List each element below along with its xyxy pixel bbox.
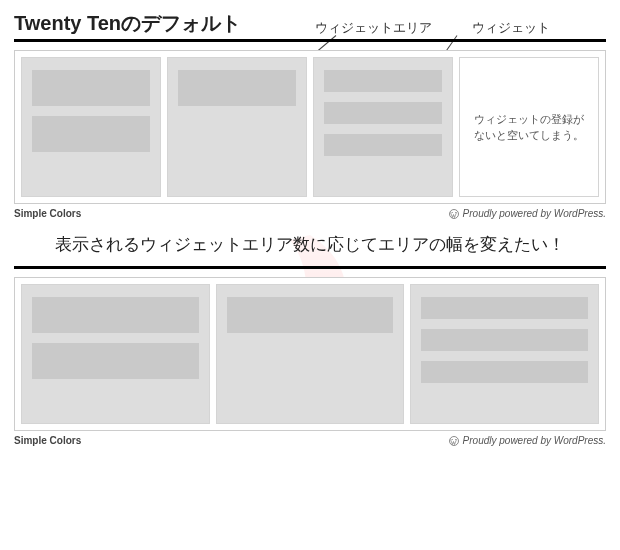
footer-right: Proudly powered by WordPress. (463, 208, 606, 219)
footer-right: Proudly powered by WordPress. (463, 435, 606, 446)
widget-area-empty: ウィジェットの登録がないと空いてしまう。 (459, 57, 599, 197)
diagram-title: Twenty Tenのデフォルト (14, 10, 241, 37)
divider (14, 39, 606, 42)
widget-area-bar-bottom (14, 277, 606, 431)
footer-left: Simple Colors (14, 435, 81, 446)
footer-left: Simple Colors (14, 208, 81, 219)
widget (227, 297, 394, 333)
widget (32, 297, 199, 333)
widget (32, 70, 150, 106)
caption: 表示されるウィジェットエリア数に応じてエリアの幅を変えたい！ (14, 233, 606, 256)
widget (324, 134, 442, 156)
wordpress-icon (449, 209, 459, 219)
wordpress-icon (449, 436, 459, 446)
widget (178, 70, 296, 106)
widget (324, 102, 442, 124)
widget (32, 343, 199, 379)
widget (324, 70, 442, 92)
widget-area (410, 284, 599, 424)
label-widget: ウィジェット (472, 19, 550, 37)
widget-area (21, 284, 210, 424)
widget-area (313, 57, 453, 197)
widget-area (21, 57, 161, 197)
widget (421, 297, 588, 319)
empty-note: ウィジェットの登録がないと空いてしまう。 (470, 111, 588, 144)
divider (14, 266, 606, 269)
widget (421, 329, 588, 351)
label-widget-area: ウィジェットエリア (315, 19, 432, 37)
widget-area-bar-top: ウィジェットの登録がないと空いてしまう。 (14, 50, 606, 204)
widget-area (167, 57, 307, 197)
widget (32, 116, 150, 152)
widget (421, 361, 588, 383)
widget-area (216, 284, 405, 424)
